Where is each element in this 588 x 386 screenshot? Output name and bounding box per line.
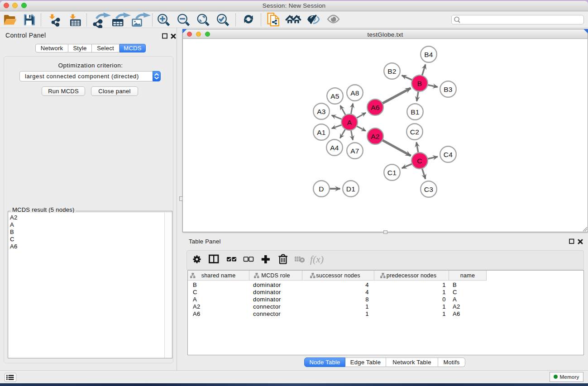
svg-text:A1: A1 — [317, 129, 325, 136]
svg-text:A3: A3 — [317, 108, 325, 115]
svg-text:A2: A2 — [371, 133, 379, 140]
svg-text:A8: A8 — [350, 89, 359, 97]
svg-text:B2: B2 — [387, 67, 396, 75]
svg-text:A5: A5 — [330, 92, 339, 100]
svg-text:B3: B3 — [444, 86, 452, 93]
svg-text:A7: A7 — [350, 147, 359, 155]
svg-text:B4: B4 — [424, 51, 433, 58]
svg-text:C1: C1 — [387, 169, 397, 176]
svg-text:C3: C3 — [424, 186, 433, 193]
svg-text:B: B — [417, 80, 422, 87]
svg-text:B1: B1 — [411, 108, 419, 116]
svg-text:A4: A4 — [330, 144, 339, 152]
svg-text:C: C — [417, 157, 422, 165]
svg-text:A: A — [347, 119, 352, 126]
svg-text:f(x): f(x) — [310, 254, 324, 265]
svg-text:C4: C4 — [444, 151, 453, 158]
svg-text:A6: A6 — [371, 104, 379, 111]
svg-text:D: D — [319, 185, 324, 193]
svg-text:C2: C2 — [410, 128, 419, 136]
svg-text:D1: D1 — [346, 185, 355, 193]
